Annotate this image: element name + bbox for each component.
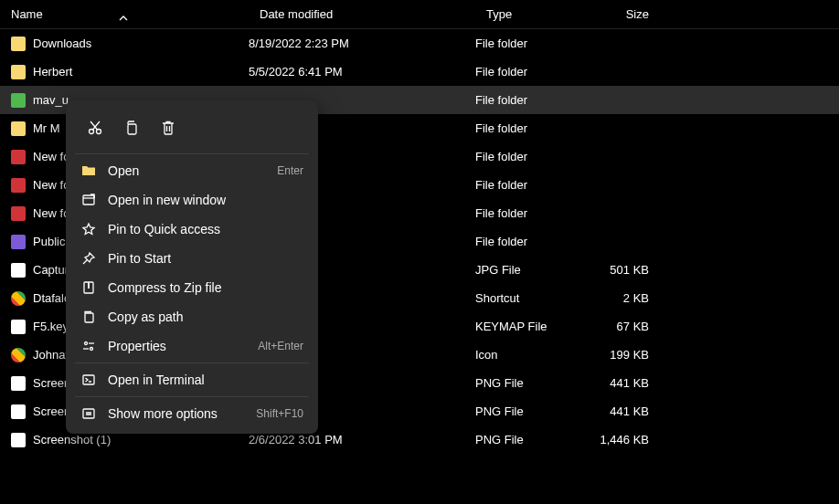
more-icon: [80, 405, 97, 422]
context-menu-item[interactable]: OpenEnter: [71, 156, 313, 185]
file-row-name-cell: Screenshot (1): [11, 433, 249, 447]
column-header-type[interactable]: Type: [475, 7, 585, 21]
svg-point-6: [85, 342, 88, 345]
file-type-label: PNG File: [475, 376, 585, 390]
file-type-icon: [11, 263, 26, 278]
file-type-icon: [11, 65, 26, 79]
svg-rect-9: [83, 409, 94, 418]
props-icon: [80, 338, 97, 354]
file-type-icon: [11, 348, 26, 362]
file-type-label: KEYMAP File: [475, 320, 585, 333]
copypath-icon: [80, 309, 97, 325]
file-name-label: Screenshot (1): [33, 433, 111, 446]
file-type-icon: [11, 150, 26, 164]
delete-button[interactable]: [154, 113, 183, 142]
trash-icon: [160, 120, 176, 136]
context-menu-item[interactable]: Open in new window: [71, 185, 313, 215]
file-row[interactable]: Herbert5/5/2022 6:41 PMFile folder: [0, 58, 839, 86]
column-header-row: Name Date modified Type Size: [0, 0, 839, 29]
file-type-label: File folder: [475, 121, 585, 135]
terminal-icon: [80, 372, 97, 388]
file-row-name-cell: Herbert: [11, 65, 249, 79]
context-menu-separator: [75, 362, 309, 363]
column-header-size-label: Size: [626, 7, 649, 21]
context-menu-separator: [75, 153, 309, 154]
file-type-icon: [11, 404, 26, 419]
context-menu-separator: [75, 396, 309, 397]
column-header-size[interactable]: Size: [585, 7, 649, 21]
file-type-label: JPG File: [475, 263, 585, 277]
svg-point-7: [90, 348, 93, 351]
file-type-label: PNG File: [475, 433, 585, 446]
svg-rect-5: [85, 313, 93, 322]
svg-point-0: [90, 130, 94, 134]
file-row[interactable]: Downloads8/19/2022 2:23 PMFile folder: [0, 29, 839, 58]
file-name-label: New fo: [33, 206, 69, 220]
context-menu-item-label: Pin to Quick access: [108, 222, 303, 236]
zip-icon: [80, 279, 97, 296]
context-menu-item[interactable]: Compress to Zip file: [71, 273, 313, 302]
context-menu-item-label: Compress to Zip file: [108, 280, 303, 295]
svg-rect-2: [128, 124, 136, 134]
file-type-icon: [11, 235, 26, 249]
context-menu-item-accel: Enter: [277, 164, 303, 177]
svg-rect-3: [83, 195, 94, 205]
context-menu-item-label: Pin to Start: [108, 251, 303, 266]
context-menu-item[interactable]: Pin to Quick access: [71, 215, 313, 244]
file-size-label: 441 KB: [585, 404, 649, 418]
file-name-label: mav_u: [33, 93, 69, 107]
file-name-label: Downloads: [33, 37, 91, 50]
context-menu-item-accel: Alt+Enter: [258, 340, 303, 352]
column-header-date[interactable]: Date modified: [249, 7, 475, 21]
file-type-icon: [11, 433, 26, 447]
file-type-icon: [11, 320, 26, 334]
file-date-label: 8/19/2022 2:23 PM: [249, 37, 475, 50]
file-size-label: 199 KB: [585, 348, 649, 362]
file-type-icon: [11, 376, 26, 391]
context-menu-item[interactable]: PropertiesAlt+Enter: [71, 331, 313, 361]
context-menu-item-label: Open in new window: [108, 193, 303, 207]
file-type-label: File folder: [475, 235, 585, 248]
file-size-label: 441 KB: [585, 376, 649, 390]
file-type-icon: [11, 37, 26, 51]
sort-caret-icon: [119, 10, 128, 24]
context-menu-item[interactable]: Show more optionsShift+F10: [71, 399, 313, 428]
copy-button[interactable]: [117, 113, 146, 142]
context-menu-item-label: Copy as path: [108, 310, 303, 324]
file-name-label: Mr M: [33, 121, 60, 135]
context-menu-item[interactable]: Copy as path: [71, 302, 313, 331]
file-type-label: File folder: [475, 65, 585, 79]
context-menu-item-label: Properties: [108, 339, 247, 353]
star-icon: [80, 221, 97, 237]
cut-icon: [87, 120, 103, 136]
file-type-icon: [11, 93, 26, 108]
file-name-label: New fo: [33, 150, 69, 163]
pin-icon: [80, 250, 97, 267]
window-icon: [80, 192, 97, 208]
context-menu-item[interactable]: Pin to Start: [71, 244, 313, 273]
file-type-icon: [11, 291, 26, 306]
context-menu-item-label: Open: [108, 163, 266, 178]
column-header-date-label: Date modified: [260, 7, 333, 21]
file-name-label: Herbert: [33, 65, 72, 79]
file-type-label: File folder: [475, 150, 585, 163]
context-menu-iconbar: [71, 106, 313, 152]
file-name-label: Public: [33, 235, 65, 248]
file-size-label: 67 KB: [585, 320, 649, 333]
open-icon: [80, 163, 97, 179]
svg-point-1: [97, 130, 101, 134]
file-date-label: 5/5/2022 6:41 PM: [249, 65, 475, 79]
file-type-label: PNG File: [475, 404, 585, 418]
file-type-icon: [11, 206, 26, 221]
file-type-label: Shortcut: [475, 291, 585, 305]
cut-button[interactable]: [80, 113, 110, 142]
column-header-name[interactable]: Name: [0, 7, 249, 21]
file-row-name-cell: Downloads: [11, 37, 249, 51]
file-type-label: Icon: [475, 348, 585, 362]
file-name-label: New fo: [33, 178, 69, 192]
file-type-label: File folder: [475, 93, 585, 107]
context-menu: OpenEnterOpen in new windowPin to Quick …: [66, 100, 318, 434]
column-header-name-label: Name: [11, 7, 43, 21]
file-type-icon: [11, 121, 26, 136]
context-menu-item[interactable]: Open in Terminal: [71, 365, 313, 394]
